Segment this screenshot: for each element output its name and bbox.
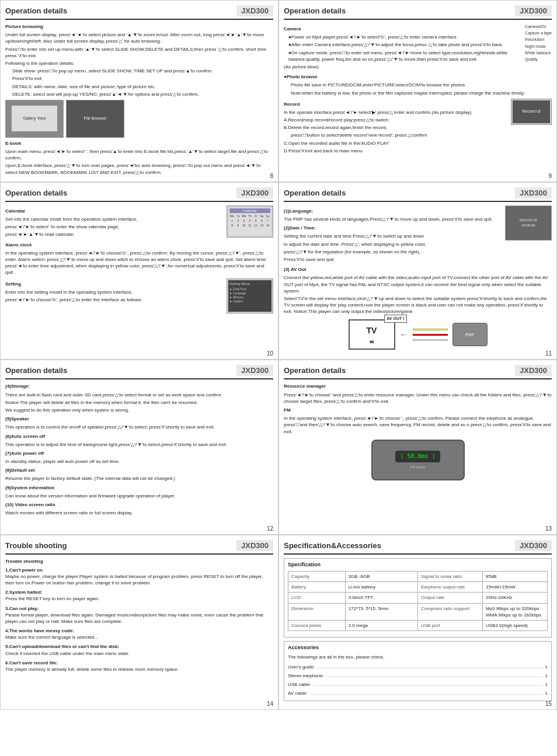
cam-item-4: Night mode (525, 43, 552, 50)
panel-14-content: Trouble shooting 1.Can't power onMaybe n… (5, 558, 273, 673)
autopower-line: In standby status, player will auto powe… (5, 458, 273, 465)
trouble-heading: Trouble shooting (5, 558, 273, 565)
spec-row: Battery Li-Ion battery Earphone output r… (288, 582, 548, 593)
av-line2: Select'TV'in the set menu interface,clic… (284, 295, 552, 315)
acc-title: Accessories (288, 644, 548, 652)
acc-note: The followings are all in the box, pleas… (288, 654, 548, 660)
panel-9-header: Operation details JXD300 (284, 5, 552, 20)
spec-label2: USB port (417, 620, 482, 630)
panel-12-content: (4)Storage: There are built-in flash car… (5, 383, 273, 516)
acc-item-qty: 1 (545, 673, 548, 679)
trouble-item-title: 2.System halted: (5, 590, 43, 595)
panel-15: Specification&Accessories JXD300 Specifi… (278, 535, 557, 710)
panel-13: Operation details JXD300 Resource manage… (278, 360, 557, 535)
panel-8-model: JXD300 (236, 5, 273, 16)
panel-8-line2: Press'□'to enter into set up menu,with '… (5, 46, 273, 59)
trouble-item-text: Maybe no power, charge the player.Player… (5, 574, 263, 586)
acc-item: USB cable: 1 (288, 680, 548, 688)
pmp-device: PMP (452, 323, 488, 346)
panel-9-title: Operation details (284, 6, 515, 15)
setting-text: Setting Enter into the setting model In … (5, 278, 227, 313)
spec-val1: 172*73. 5*15. 5mm (345, 603, 417, 620)
panel-13-content: Resource manager Press'◄'/'►'to choose' … (284, 383, 552, 480)
setting-row: Setting Enter into the setting model In … (5, 278, 273, 313)
spec-label1: Capacity (288, 572, 346, 582)
default-title: (8)Default set (5, 467, 273, 473)
panel-8-ebook-2: Upon E-book interface, press'△'▼'to turn… (5, 162, 273, 175)
trouble-item: 4.The words have messy code:Make sure th… (5, 628, 273, 640)
fm-title: FM (284, 407, 552, 413)
panel-10: Operation details JXD300 Calendar Get in… (0, 182, 278, 360)
dt-line4: Press'X'to save and quit. (284, 256, 502, 263)
trouble-item: 3.Can not play:Please format player, dow… (5, 605, 273, 625)
dt-line2: to adjust the date and time .Press'△', w… (284, 241, 502, 248)
panel-8-line1: Under full screen display, press'◄' ►'to… (5, 32, 273, 44)
acc-item-qty: 1 (545, 690, 548, 696)
panel-11-header: Operation details JXD300 (284, 187, 552, 202)
calendar-row: Calendar Get into the calendar mode from… (5, 205, 273, 239)
spec-val2: 15mW+15mW (482, 582, 547, 593)
autopower-title: (7)Auto power off (5, 450, 273, 457)
panel-8-picture-title: Picture browsing (5, 23, 273, 30)
panel-13-model: JXD300 (515, 365, 552, 376)
trouble-item-title: 5.Can't upload/download files or can't f… (5, 644, 119, 649)
camera-blow: (As picture blow) (284, 64, 523, 70)
acc-item-name: User's guide: (288, 664, 315, 670)
speaker-line: This operation is to control the on/off … (5, 424, 273, 430)
av-arrow: ← (400, 329, 408, 341)
tv-container: TV 📺 AV OUT ! (349, 319, 395, 350)
fm-freq-value: ( 50.8ms ) (400, 453, 435, 459)
panel-8-line6: DETAILS: with name, date, size of file a… (12, 83, 273, 90)
panel-8: Operation details JXD300 Picture browsin… (0, 0, 278, 182)
trouble-item: 6.Can't save record file:The player memo… (5, 660, 273, 673)
acc-dots (314, 680, 543, 686)
panel-14-model: JXD300 (236, 540, 273, 551)
videoratio-title: (10) Video screen ratio (5, 501, 273, 508)
acc-item-name: USB cable: (288, 681, 311, 688)
trouble-item-title: 6.Can't save record file: (5, 660, 58, 666)
spec-label2: Signal to noise ratio (417, 572, 482, 582)
calendar-text: Calendar Get into the calendar mode from… (5, 205, 227, 239)
record-text: Record In the operate interface,press'◄'… (284, 99, 511, 155)
setting-line1: Enter into the setting model In the oper… (5, 289, 227, 295)
calendar-title: Calendar (5, 208, 227, 214)
alarm-line1: In the operating system interface, press… (5, 250, 273, 276)
record-line6: D.Press'X'exit and back to main menu (284, 148, 511, 154)
autoscreen-line: This operation is to adjust the time of … (5, 441, 273, 448)
default-line: Resume the player to factory default sta… (5, 475, 273, 482)
panel-11-model: JXD300 (515, 187, 552, 198)
spec-row: LCD 3.0inch TFT Output rate 20Hz-20KHz (288, 593, 548, 603)
panel-8-line4: Slide show: press'□'to pop up menu, sele… (12, 68, 273, 74)
record-line1: In the operate interface,press'◄'/'►'sel… (284, 109, 511, 116)
setting-title: Setting (5, 281, 227, 287)
panel-10-title: Operation details (5, 189, 236, 197)
spec-val2: 20Hz-20KHz (482, 593, 547, 603)
panel-14-header: Trouble shooting JXD300 (5, 540, 273, 555)
panel-8-ebook-1: Upon main menu, press'◄'►'to select' ', … (5, 148, 273, 161)
av-line1: Connect the yellow,red,white port of AV … (284, 274, 552, 294)
panel-12-number: 12 (267, 525, 273, 532)
av-title: (3) AV Out (284, 266, 552, 273)
panel-10-model: JXD300 (236, 187, 273, 198)
spec-label2: Comprass ratio support (417, 603, 482, 620)
spec-box: Specification Capacity 2GB -8GB Signal t… (284, 558, 552, 637)
dt-line3: press'△'/'▼'for the regulation (for exam… (284, 249, 502, 255)
trouble-item: 5.Can't upload/download files or can't f… (5, 643, 273, 656)
tv-box: TV 📺 (349, 319, 395, 350)
panel-14-number: 14 (267, 701, 273, 707)
alarm-title: Alarm clock (5, 242, 273, 248)
spec-label2: Output rate (417, 593, 482, 603)
camera-diagram: Camera/DV Capture a lape Resolution Nigh… (525, 23, 552, 71)
panel-15-number: 15 (545, 701, 552, 707)
panel-10-header: Operation details JXD300 (5, 187, 273, 202)
cal-line1: Get into the calendar mode from the oper… (5, 216, 227, 222)
av-out-label: AV OUT ! (384, 315, 406, 323)
panel-8-line7: DELETE: select and will pop-up YES/NO, p… (12, 91, 273, 97)
spec-row: Dimension 172*73. 5*15. 5mm Comprass rat… (288, 603, 548, 620)
speaker-title: (5)Speaker (5, 416, 273, 422)
resource-line: Press'◄'/'►'to choose' 'and press'△'to e… (284, 392, 552, 405)
panel-14-title: Trouble shooting (5, 541, 236, 550)
panel-12-header: Operation details JXD300 (5, 365, 273, 379)
spec-val1: Li-Ion battery (345, 582, 417, 593)
panel-15-content: Specification Capacity 2GB -8GB Signal t… (284, 558, 552, 701)
